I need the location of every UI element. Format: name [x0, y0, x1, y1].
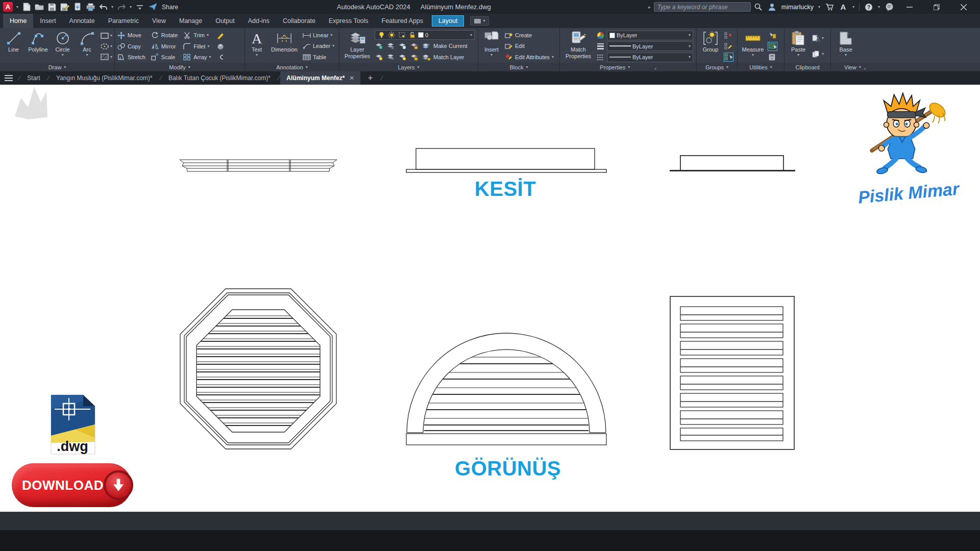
search-input[interactable] — [654, 2, 751, 12]
tab-insert[interactable]: Insert — [33, 14, 62, 28]
username-label[interactable]: mimarlucky — [781, 4, 814, 11]
tab-manage[interactable]: Manage — [173, 14, 209, 28]
lineweight-dropdown[interactable]: ByLayer — [607, 41, 693, 51]
search-expand-icon[interactable] — [648, 5, 651, 10]
arc-button[interactable]: Arc — [76, 30, 99, 63]
insert-block-button[interactable]: Insert — [480, 30, 503, 63]
help-chevron-icon[interactable] — [878, 5, 880, 9]
create-block-button[interactable]: Create — [504, 30, 554, 40]
group-button[interactable]: Group — [699, 30, 722, 63]
cut-button[interactable] — [812, 34, 824, 43]
tab-express-tools[interactable]: Express Tools — [322, 14, 375, 28]
section-drawing-octagon-profile[interactable] — [175, 151, 338, 173]
array-button[interactable]: Array — [183, 52, 211, 62]
hatch-button[interactable] — [100, 53, 112, 62]
drawing-canvas[interactable]: KESİT — [0, 85, 980, 512]
file-tab-balik-tutan-cocuk[interactable]: Balık Tutan Çocuk (PislikMimar.com)* — [162, 71, 277, 85]
tab-home[interactable]: Home — [3, 14, 33, 28]
ungroup-button[interactable] — [724, 31, 733, 40]
undo-icon[interactable] — [99, 3, 108, 12]
autocad-app-icon[interactable]: A — [3, 2, 13, 12]
tab-featured-apps[interactable]: Featured Apps — [375, 14, 430, 28]
linetype-dropdown[interactable]: ByLayer — [607, 53, 693, 62]
layer-unisolate-icon[interactable] — [386, 42, 395, 50]
octagon-vent-drawing[interactable] — [179, 287, 338, 450]
kesit-label[interactable]: KESİT — [454, 178, 556, 201]
view-dialog-launcher-icon[interactable] — [864, 64, 866, 70]
close-tab-icon[interactable] — [349, 74, 354, 82]
save-icon[interactable] — [47, 3, 57, 12]
file-tab-start[interactable]: Start — [21, 71, 46, 85]
download-button[interactable]: DOWNLOAD — [12, 463, 132, 507]
measure-button[interactable]: Measure — [740, 30, 766, 63]
make-current-button[interactable]: Make Current — [433, 43, 468, 49]
new-file-icon[interactable] — [22, 3, 31, 12]
file-tab-menu-icon[interactable] — [0, 71, 17, 85]
account-chevron-icon[interactable] — [852, 5, 854, 9]
help-icon[interactable]: ? — [864, 3, 873, 12]
utilities-panel-label[interactable]: Utilities — [738, 63, 784, 71]
dwg-file-icon[interactable]: .dwg — [50, 394, 96, 455]
object-color-dropdown[interactable]: ByLayer — [607, 31, 693, 40]
tab-collaborate[interactable]: Collaborate — [276, 14, 322, 28]
draw-panel-label[interactable]: Draw — [0, 63, 114, 71]
tab-addins[interactable]: Add-ins — [241, 14, 276, 28]
edit-block-button[interactable]: Edit — [504, 41, 554, 51]
redo-icon[interactable] — [117, 3, 126, 12]
tab-parametric[interactable]: Parametric — [102, 14, 145, 28]
line-button[interactable]: Line — [2, 30, 25, 63]
copy-clip-button[interactable] — [812, 49, 824, 59]
section-drawing-rect-profile[interactable] — [669, 152, 796, 173]
app-menu-chevron-icon[interactable] — [16, 5, 18, 9]
layer-freeze-icon[interactable] — [398, 42, 407, 50]
select-window-button[interactable] — [768, 42, 777, 51]
layer-properties-button[interactable]: Layer Properties — [341, 30, 373, 63]
group-edit-button[interactable] — [724, 42, 733, 51]
match-layer-button[interactable]: Match Layer — [433, 54, 464, 60]
file-tab-aluminyum-menfez[interactable]: Alüminyum Menfez* — [280, 71, 360, 85]
rectangle-button[interactable] — [100, 31, 112, 40]
erase-button[interactable] — [216, 31, 225, 40]
fillet-button[interactable]: Fillet — [183, 41, 211, 52]
plot-printer-icon[interactable] — [86, 3, 95, 12]
properties-dialog-launcher-icon[interactable] — [654, 64, 656, 70]
groups-panel-label[interactable]: Groups — [697, 63, 737, 71]
rotate-button[interactable]: Rotate — [151, 30, 178, 40]
scale-button[interactable]: Scale — [151, 52, 178, 62]
new-drawing-tab-button[interactable] — [360, 71, 380, 85]
copy-button[interactable]: Copy — [117, 41, 145, 52]
leader-button[interactable]: Leader — [302, 41, 334, 51]
trim-button[interactable]: Trim — [183, 30, 211, 40]
stretch-button[interactable]: Stretch — [117, 52, 145, 62]
restore-button[interactable] — [925, 0, 948, 14]
layer-unlock-small-icon[interactable] — [410, 53, 419, 61]
view-panel-label[interactable]: View — [831, 63, 980, 71]
dimension-button[interactable]: Dimension — [268, 30, 301, 63]
join-button[interactable] — [216, 53, 225, 62]
layer-on-icon[interactable] — [386, 53, 395, 61]
modify-panel-label[interactable]: Modify — [115, 63, 244, 71]
halfround-vent-drawing[interactable] — [406, 332, 607, 446]
ellipse-button[interactable] — [100, 42, 112, 51]
save-to-web-icon[interactable] — [73, 3, 82, 12]
rect-vent-drawing[interactable] — [670, 296, 795, 450]
layer-lock-icon[interactable] — [410, 42, 419, 50]
close-button[interactable] — [952, 0, 975, 14]
base-button[interactable]: Base — [833, 30, 859, 63]
mirror-button[interactable]: Mirror — [151, 41, 178, 52]
match-properties-button[interactable]: Match Properties — [562, 30, 595, 63]
explode-button[interactable] — [216, 42, 225, 51]
gorunus-label[interactable]: GÖRÜNÜŞ — [444, 457, 572, 480]
redo-chevron-icon[interactable] — [130, 5, 132, 9]
layer-isolate-icon[interactable] — [375, 42, 383, 50]
share-icon[interactable] — [148, 3, 157, 12]
tab-output[interactable]: Output — [209, 14, 241, 28]
workspace-dropdown-button[interactable] — [470, 16, 489, 26]
text-button[interactable]: A Text — [247, 30, 266, 63]
search-icon[interactable] — [754, 3, 763, 12]
cart-icon[interactable] — [825, 3, 834, 12]
polyline-button[interactable]: Polyline — [27, 30, 50, 63]
clipboard-panel-label[interactable]: Clipboard — [785, 63, 830, 71]
layer-thaw-icon[interactable] — [398, 53, 407, 61]
minimize-button[interactable] — [898, 0, 921, 14]
